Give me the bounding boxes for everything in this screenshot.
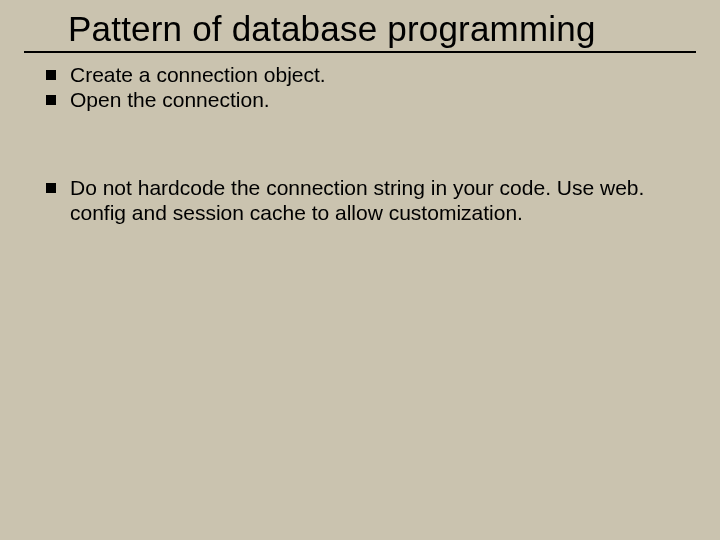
bullet-icon: [46, 183, 56, 193]
bullet-text: Do not hardcode the connection string in…: [70, 176, 686, 226]
list-item: Do not hardcode the connection string in…: [46, 176, 686, 226]
bullet-text: Open the connection.: [70, 88, 686, 113]
slide-title: Pattern of database programming: [68, 10, 696, 49]
title-container: Pattern of database programming: [24, 10, 696, 53]
bullet-icon: [46, 70, 56, 80]
list-item: Create a connection object.: [46, 63, 686, 88]
slide: Pattern of database programming Create a…: [0, 0, 720, 540]
bullet-icon: [46, 95, 56, 105]
spacer: [46, 114, 686, 176]
bullet-text: Create a connection object.: [70, 63, 686, 88]
list-item: Open the connection.: [46, 88, 686, 113]
slide-body: Create a connection object. Open the con…: [24, 53, 696, 226]
